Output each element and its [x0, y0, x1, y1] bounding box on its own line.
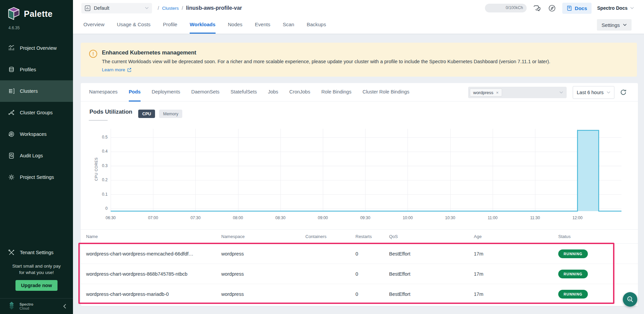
docs-button-label: Docs — [575, 5, 587, 11]
sidebar-nav: Project Overview Profiles Clusters Clust… — [0, 37, 73, 188]
pod-name: wordpress-chart-wordpress-868b745785-ntb… — [86, 271, 221, 277]
usage-credits-pill: 0/100kCh — [485, 4, 527, 12]
breadcrumb-cluster-name: linusb-aws-profile-var — [186, 5, 242, 11]
pod-qos: BestEffort — [389, 251, 474, 257]
sidebar-item-clusters[interactable]: Clusters — [0, 80, 73, 102]
namespace-filter-input[interactable]: wordpress × — [468, 87, 567, 98]
orbit-icon — [8, 131, 15, 138]
top-bar-row1: Default / Clusters / linusb-aws-profile-… — [73, 0, 644, 16]
memory-toggle-button[interactable]: Memory — [159, 110, 182, 118]
help-search-fab[interactable] — [623, 292, 637, 307]
table-row[interactable]: wordpress-chart-wordpress-868b745785-ntb… — [81, 264, 638, 284]
chat-button[interactable] — [532, 4, 542, 12]
settings-button-label: Settings — [602, 22, 620, 28]
tab-workloads[interactable]: Workloads — [190, 16, 215, 34]
x-tick-label: 08:00 — [228, 215, 248, 220]
pod-qos: BestEffort — [389, 271, 474, 277]
sidebar-item-tenant-settings[interactable]: Tenant Settings — [0, 242, 73, 263]
time-range-select[interactable]: Last 6 hours — [573, 86, 614, 99]
subtab-cluster-role-bindings[interactable]: Cluster Role Bindings — [363, 83, 409, 102]
y-tick-label: 0 — [89, 206, 108, 211]
search-smile-icon — [626, 295, 635, 304]
deprecation-banner: ! Enhanced Kubernetes management The cur… — [81, 43, 637, 77]
refresh-button[interactable] — [620, 89, 627, 96]
table-row[interactable]: wordpress-chart-wordpress-mariadb-0 word… — [81, 284, 638, 304]
top-bar: Default / Clusters / linusb-aws-profile-… — [73, 0, 644, 34]
audit-doc-icon — [8, 152, 15, 159]
tab-backups[interactable]: Backups — [307, 16, 326, 34]
sidebar-item-profiles[interactable]: Profiles — [0, 59, 73, 80]
x-tick-label: 08:30 — [270, 215, 291, 220]
tab-overview[interactable]: Overview — [83, 16, 105, 34]
sidebar-item-label: Audit Logs — [20, 153, 43, 158]
subtab-jobs[interactable]: Jobs — [268, 83, 278, 102]
subtab-deployments[interactable]: Deployments — [152, 83, 180, 102]
tab-events[interactable]: Events — [255, 16, 270, 34]
subtab-daemonsets[interactable]: DaemonSets — [191, 83, 220, 102]
subtab-role-bindings[interactable]: Role Bindings — [321, 83, 351, 102]
brand-line1: Spectro — [20, 302, 33, 306]
docs-version-dropdown[interactable]: Spectro Docs — [597, 5, 634, 11]
col-namespace: Namespace — [221, 234, 305, 239]
banner-title: Enhanced Kubernetes management — [102, 49, 196, 56]
pod-age: 17m — [474, 291, 558, 297]
col-containers: Containers — [305, 234, 355, 239]
promo-text-line1: Start small and only pay — [0, 263, 73, 269]
chevron-down-icon — [559, 91, 563, 94]
gear-icon — [8, 174, 15, 181]
subtab-namespaces[interactable]: Namespaces — [89, 83, 118, 102]
col-restarts: Restarts — [355, 234, 389, 239]
sidebar-item-audit-logs[interactable]: Audit Logs — [0, 145, 73, 166]
settings-button[interactable]: Settings — [597, 19, 632, 31]
sidebar-item-label: Tenant Settings — [20, 250, 53, 255]
explore-button[interactable] — [547, 4, 557, 13]
section-title-underline — [89, 120, 108, 121]
upgrade-now-button[interactable]: Upgrade now — [15, 280, 58, 291]
spectro-cloud-wordmark: Spectro Cloud — [20, 302, 33, 310]
y-tick-label: 0.1 — [89, 192, 108, 197]
app-name: Palette — [24, 9, 52, 19]
subtab-pods[interactable]: Pods — [129, 83, 141, 102]
section-title: Pods Utilization — [89, 109, 132, 115]
col-status: Status — [558, 234, 638, 239]
chevron-down-icon — [630, 7, 634, 9]
sidebar-item-cluster-groups[interactable]: Cluster Groups — [0, 102, 73, 123]
tab-usage-costs[interactable]: Usage & Costs — [117, 16, 151, 34]
tab-scan[interactable]: Scan — [283, 16, 294, 34]
status-badge: RUNNING — [558, 290, 588, 299]
external-link-icon — [127, 68, 131, 72]
project-selector[interactable]: Default — [81, 3, 152, 13]
x-tick-label: 11:00 — [483, 215, 503, 220]
pod-restarts: 0 — [355, 251, 389, 257]
table-row[interactable]: wordpress-chart-wordpress-memcached-66df… — [81, 244, 638, 264]
sidebar-item-project-overview[interactable]: Project Overview — [0, 37, 73, 59]
tab-profile[interactable]: Profile — [163, 16, 178, 34]
learn-more-link[interactable]: Learn more — [102, 67, 131, 72]
layers-icon — [8, 66, 15, 73]
y-tick-label: 0.4 — [89, 149, 108, 154]
x-tick-label: 10:00 — [397, 215, 418, 220]
breadcrumb-clusters-link[interactable]: Clusters — [162, 6, 179, 11]
palette-app: Palette 4.6.35 Project Overview Profiles… — [0, 0, 644, 314]
brand-line2: Cloud — [20, 306, 33, 310]
sidebar-item-project-settings[interactable]: Project Settings — [0, 166, 73, 188]
learn-more-label: Learn more — [102, 67, 125, 72]
sidebar-item-label: Profiles — [20, 67, 36, 72]
subtab-statefulsets[interactable]: StatefulSets — [231, 83, 257, 102]
chevron-down-icon — [607, 91, 610, 94]
sidebar-item-workspaces[interactable]: Workspaces — [0, 123, 73, 145]
y-tick-label: 0.3 — [89, 163, 108, 168]
chat-bubbles-icon — [533, 5, 541, 12]
sidebar-collapse-icon[interactable] — [63, 304, 66, 309]
pod-qos: BestEffort — [389, 291, 474, 297]
spectro-cloud-logo-icon — [7, 302, 16, 311]
network-icon — [8, 109, 15, 116]
breadcrumb: / Clusters / linusb-aws-profile-var — [158, 5, 242, 11]
cpu-toggle-button[interactable]: CPU — [138, 110, 155, 118]
subtab-cronjobs[interactable]: CronJobs — [289, 83, 310, 102]
tab-nodes[interactable]: Nodes — [228, 16, 242, 34]
refresh-icon — [620, 89, 627, 96]
x-tick-label: 09:30 — [355, 215, 375, 220]
docs-button[interactable]: Docs — [562, 3, 592, 14]
filter-tag-remove-icon[interactable]: × — [496, 90, 499, 95]
